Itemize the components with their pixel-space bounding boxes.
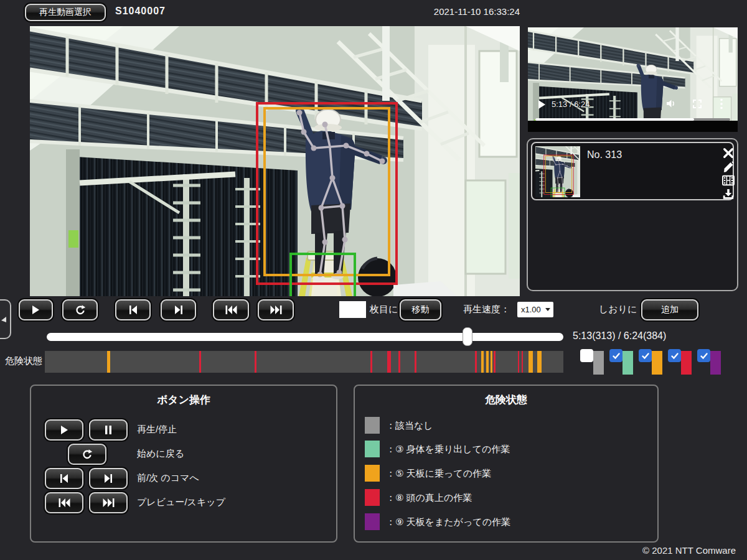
filter-checkbox-overhead[interactable] xyxy=(668,349,681,362)
download-icon[interactable] xyxy=(722,188,735,200)
move-button[interactable]: 移動 xyxy=(400,299,441,320)
restart-icon xyxy=(75,305,86,315)
prev-frame-icon xyxy=(129,306,138,314)
play-button[interactable] xyxy=(19,299,53,320)
scene-illustration xyxy=(30,26,520,296)
mini-play-icon[interactable] xyxy=(538,100,546,109)
overflow-menu-icon[interactable] xyxy=(720,98,723,110)
close-icon[interactable] xyxy=(722,147,735,159)
move-button-label: 移動 xyxy=(412,304,430,315)
select-video-button[interactable]: 再生動画選択 xyxy=(25,4,106,21)
time-display: 5:13(313) / 6:24(384) xyxy=(573,330,666,342)
fast-forward-icon xyxy=(270,306,282,314)
legend-swatch-red xyxy=(365,489,380,506)
legend-swatch-teal xyxy=(365,441,380,457)
mini-progress-bar[interactable] xyxy=(535,118,730,121)
frame-unit-label: 枚目に xyxy=(370,304,398,315)
video-frame-scene xyxy=(30,26,520,296)
button-guide-panel: ボタン操作 再生/停止 始めに戻る 前/次 のコマへ プレビュー/スキップ xyxy=(30,385,337,543)
filter-checkbox-lean-out[interactable] xyxy=(609,349,622,362)
side-panel-tab[interactable] xyxy=(0,299,11,339)
filter-checkbox-on-top[interactable] xyxy=(639,349,652,362)
legend-swatch-orange xyxy=(365,465,380,482)
guide-label-preview-skip: プレビュー/スキップ xyxy=(137,497,225,508)
app-window: 再生動画選択 S1040007 2021-11-10 16:33:24 xyxy=(0,0,747,560)
speed-select[interactable]: x1.00 xyxy=(517,302,553,317)
fast-forward-button[interactable] xyxy=(258,299,294,320)
seek-track[interactable] xyxy=(47,333,563,341)
filter-group-on-top xyxy=(639,349,665,375)
danger-legend-title: 危険状態 xyxy=(355,393,657,407)
copyright: © 2021 NTT Comware xyxy=(560,545,736,556)
filter-group-straddle xyxy=(697,349,723,375)
danger-timeline-label: 危険状態 xyxy=(5,355,42,367)
guide-play-icon xyxy=(45,419,83,441)
legend-swatch-purple xyxy=(365,513,380,530)
bookmark-add-label: 追加 xyxy=(661,304,679,315)
checkmark-icon xyxy=(641,352,650,360)
bookmark-card[interactable]: No. 313 xyxy=(531,142,734,200)
bookmark-add-button[interactable]: 追加 xyxy=(641,299,698,320)
film-icon[interactable] xyxy=(722,174,735,187)
filter-group-overhead xyxy=(668,349,694,375)
danger-legend-panel: 危険状態 ：該当なし ：③ 身体を乗り出しての作業 ：⑤ 天板に乗っての作業 ：… xyxy=(354,385,659,543)
filter-checkbox-none[interactable] xyxy=(580,349,593,362)
volume-icon[interactable] xyxy=(666,99,676,108)
danger-timeline-bar xyxy=(45,351,563,373)
next-frame-icon xyxy=(174,306,183,314)
play-icon xyxy=(32,306,40,314)
mini-time-display: 5:13 / 6:24 xyxy=(552,100,590,109)
filter-checkbox-straddle[interactable] xyxy=(697,349,710,362)
bookmark-prefix-label: しおりに xyxy=(599,304,637,315)
filter-swatch-teal xyxy=(622,351,633,375)
legend-swatch-gray xyxy=(365,417,380,434)
prev-frame-button[interactable] xyxy=(115,299,151,320)
bookmark-title: No. 313 xyxy=(587,149,622,161)
guide-label-restart: 始めに戻る xyxy=(137,448,184,460)
seek-thumb[interactable] xyxy=(463,327,472,346)
legend-label-none: ：該当なし xyxy=(386,420,433,432)
edit-pencil-icon[interactable] xyxy=(722,161,735,173)
guide-prev-frame-icon xyxy=(45,468,83,489)
checkmark-icon xyxy=(670,352,679,360)
next-frame-button[interactable] xyxy=(161,299,196,320)
rewind-icon xyxy=(225,306,237,314)
restart-button[interactable] xyxy=(62,299,98,320)
button-guide-title: ボタン操作 xyxy=(31,393,336,407)
checkmark-icon xyxy=(700,352,708,360)
mini-progress-fill xyxy=(535,118,694,121)
speed-value: x1.00 xyxy=(521,305,541,314)
mini-video-player[interactable]: 5:13 / 6:24 xyxy=(528,27,738,132)
guide-fast-forward-icon xyxy=(89,492,128,513)
guide-pause-icon xyxy=(89,419,128,441)
bookmark-thumbnail xyxy=(535,146,580,197)
filter-group-lean-out xyxy=(609,349,636,375)
filter-swatch-purple xyxy=(710,351,721,375)
filter-swatch-gray xyxy=(593,351,604,375)
fullscreen-icon[interactable] xyxy=(692,99,702,109)
legend-label-overhead: ：⑧ 頭の真上の作業 xyxy=(386,492,472,504)
legend-label-on-top: ：⑤ 天板に乗っての作業 xyxy=(386,468,491,480)
guide-label-frames: 前/次 のコマへ xyxy=(137,472,199,484)
rewind-button[interactable] xyxy=(213,299,249,320)
chevron-down-icon xyxy=(545,308,550,311)
guide-rewind-icon xyxy=(45,492,83,513)
frame-number-input[interactable] xyxy=(339,301,366,318)
legend-label-straddle: ：⑨ 天板をまたがっての作業 xyxy=(386,516,510,528)
filter-group-none xyxy=(580,349,606,375)
timestamp: 2021-11-10 16:33:24 xyxy=(374,6,520,17)
filter-swatch-red xyxy=(681,351,692,375)
guide-restart-icon xyxy=(68,444,106,465)
legend-label-lean-out: ：③ 身体を乗り出しての作業 xyxy=(386,444,510,455)
bookmarks-panel: No. 313 xyxy=(527,138,738,291)
speed-label: 再生速度： xyxy=(463,304,510,315)
guide-next-frame-icon xyxy=(89,468,128,489)
select-video-label: 再生動画選択 xyxy=(39,7,92,18)
guide-label-play-stop: 再生/停止 xyxy=(137,424,177,436)
filter-swatch-orange xyxy=(652,351,662,375)
checkmark-icon xyxy=(612,352,621,360)
collapse-arrow-icon xyxy=(0,315,7,324)
main-video-canvas[interactable] xyxy=(30,26,520,296)
video-id: S1040007 xyxy=(115,6,166,17)
